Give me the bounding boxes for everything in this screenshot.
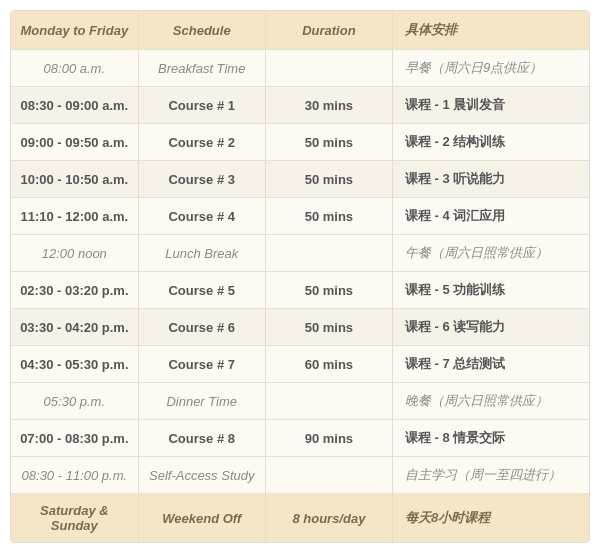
schedule-cell: Weekend Off xyxy=(138,494,265,543)
duration-cell xyxy=(265,383,392,420)
time-cell: 08:00 a.m. xyxy=(11,50,138,87)
duration-cell: 30 mins xyxy=(265,87,392,124)
header-schedule: Schedule xyxy=(138,11,265,50)
schedule-cell: Course # 4 xyxy=(138,198,265,235)
table-header-row: Monday to Friday Schedule Duration 具体安排 xyxy=(11,11,589,50)
time-cell: Saturday & Sunday xyxy=(11,494,138,543)
detail-cell: 课程 - 2 结构训练 xyxy=(392,124,589,161)
header-detail: 具体安排 xyxy=(392,11,589,50)
table-row: 08:00 a.m.Breakfast Time早餐（周六日9点供应） xyxy=(11,50,589,87)
duration-cell: 50 mins xyxy=(265,198,392,235)
detail-cell: 自主学习（周一至四进行） xyxy=(392,457,589,494)
header-duration: Duration xyxy=(265,11,392,50)
detail-cell: 课程 - 6 读写能力 xyxy=(392,309,589,346)
schedule-cell: Course # 6 xyxy=(138,309,265,346)
table-row: 11:10 - 12:00 a.m.Course # 450 mins课程 - … xyxy=(11,198,589,235)
table-row: 02:30 - 03:20 p.m.Course # 550 mins课程 - … xyxy=(11,272,589,309)
header-time: Monday to Friday xyxy=(11,11,138,50)
detail-cell: 课程 - 7 总结测试 xyxy=(392,346,589,383)
duration-cell xyxy=(265,457,392,494)
detail-cell: 课程 - 3 听说能力 xyxy=(392,161,589,198)
table-row: Saturday & SundayWeekend Off8 hours/day每… xyxy=(11,494,589,543)
schedule-cell: Lunch Break xyxy=(138,235,265,272)
table-row: 08:30 - 09:00 a.m.Course # 130 mins课程 - … xyxy=(11,87,589,124)
duration-cell xyxy=(265,50,392,87)
time-cell: 08:30 - 11:00 p.m. xyxy=(11,457,138,494)
schedule-cell: Course # 8 xyxy=(138,420,265,457)
time-cell: 05:30 p.m. xyxy=(11,383,138,420)
table-row: 12:00 noonLunch Break午餐（周六日照常供应） xyxy=(11,235,589,272)
table-row: 10:00 - 10:50 a.m.Course # 350 mins课程 - … xyxy=(11,161,589,198)
duration-cell: 50 mins xyxy=(265,124,392,161)
time-cell: 02:30 - 03:20 p.m. xyxy=(11,272,138,309)
time-cell: 09:00 - 09:50 a.m. xyxy=(11,124,138,161)
schedule-cell: Course # 5 xyxy=(138,272,265,309)
table-row: 07:00 - 08:30 p.m.Course # 890 mins课程 - … xyxy=(11,420,589,457)
detail-cell: 午餐（周六日照常供应） xyxy=(392,235,589,272)
detail-cell: 晚餐（周六日照常供应） xyxy=(392,383,589,420)
schedule-cell: Self-Access Study xyxy=(138,457,265,494)
schedule-cell: Course # 2 xyxy=(138,124,265,161)
time-cell: 10:00 - 10:50 a.m. xyxy=(11,161,138,198)
schedule-cell: Breakfast Time xyxy=(138,50,265,87)
schedule-cell: Dinner Time xyxy=(138,383,265,420)
schedule-cell: Course # 1 xyxy=(138,87,265,124)
detail-cell: 课程 - 4 词汇应用 xyxy=(392,198,589,235)
table-row: 05:30 p.m.Dinner Time晚餐（周六日照常供应） xyxy=(11,383,589,420)
duration-cell: 8 hours/day xyxy=(265,494,392,543)
duration-cell xyxy=(265,235,392,272)
time-cell: 03:30 - 04:20 p.m. xyxy=(11,309,138,346)
schedule-cell: Course # 7 xyxy=(138,346,265,383)
table-row: 04:30 - 05:30 p.m.Course # 760 mins课程 - … xyxy=(11,346,589,383)
table-row: 09:00 - 09:50 a.m.Course # 250 mins课程 - … xyxy=(11,124,589,161)
detail-cell: 课程 - 1 晨训发音 xyxy=(392,87,589,124)
time-cell: 11:10 - 12:00 a.m. xyxy=(11,198,138,235)
schedule-table: Monday to Friday Schedule Duration 具体安排 … xyxy=(10,10,590,543)
detail-cell: 早餐（周六日9点供应） xyxy=(392,50,589,87)
table-row: 08:30 - 11:00 p.m.Self-Access Study自主学习（… xyxy=(11,457,589,494)
time-cell: 04:30 - 05:30 p.m. xyxy=(11,346,138,383)
detail-cell: 课程 - 8 情景交际 xyxy=(392,420,589,457)
duration-cell: 50 mins xyxy=(265,309,392,346)
time-cell: 12:00 noon xyxy=(11,235,138,272)
duration-cell: 90 mins xyxy=(265,420,392,457)
schedule-cell: Course # 3 xyxy=(138,161,265,198)
table-row: 03:30 - 04:20 p.m.Course # 650 mins课程 - … xyxy=(11,309,589,346)
time-cell: 07:00 - 08:30 p.m. xyxy=(11,420,138,457)
duration-cell: 60 mins xyxy=(265,346,392,383)
detail-cell: 课程 - 5 功能训练 xyxy=(392,272,589,309)
time-cell: 08:30 - 09:00 a.m. xyxy=(11,87,138,124)
detail-cell: 每天8小时课程 xyxy=(392,494,589,543)
duration-cell: 50 mins xyxy=(265,161,392,198)
duration-cell: 50 mins xyxy=(265,272,392,309)
